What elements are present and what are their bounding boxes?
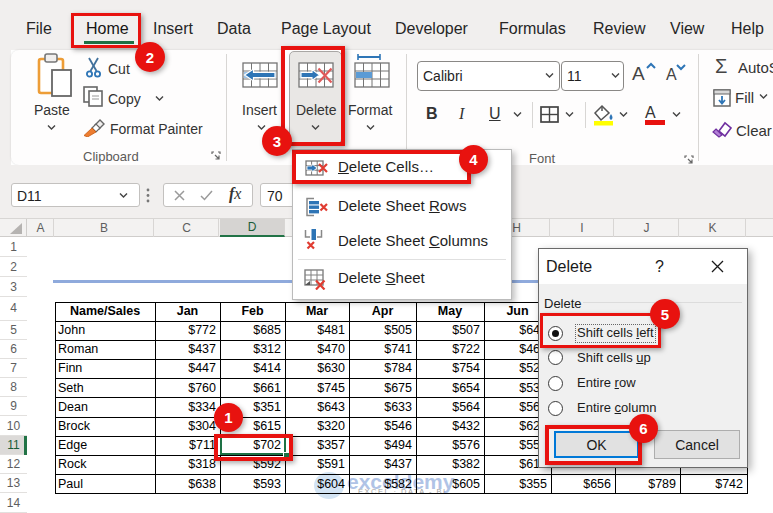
svg-text:A: A <box>632 63 645 84</box>
svg-text:A: A <box>666 66 677 83</box>
